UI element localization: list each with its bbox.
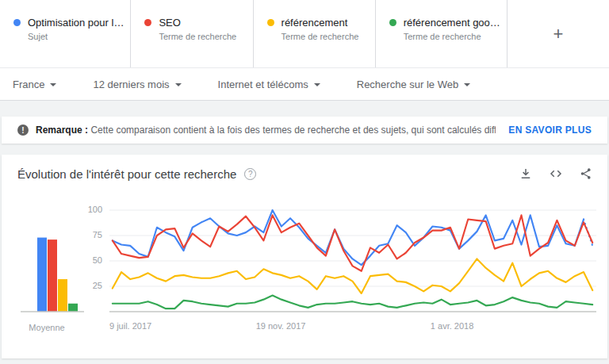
filter-region-dropdown[interactable]: France — [13, 79, 56, 90]
share-icon[interactable] — [579, 167, 593, 181]
notice-prefix: Remarque : — [36, 125, 88, 136]
chart-body: Moyenne 100 75 50 25 9 juil. 201719 nov.… — [2, 186, 607, 334]
term-color-dot-red — [144, 19, 151, 26]
term-type: Terme de recherche — [282, 32, 359, 41]
notice-body: Cette comparaison contient à la fois des… — [90, 125, 496, 136]
chevron-down-icon — [464, 83, 470, 86]
add-comparison-button[interactable]: + — [508, 0, 609, 67]
filter-label: France — [13, 79, 44, 90]
y-tick: 50 — [93, 256, 102, 265]
term-type: Terme de recherche — [404, 32, 500, 41]
x-tick: 19 nov. 2017 — [256, 321, 306, 331]
term-label: référencement — [282, 17, 359, 29]
term-color-dot-yellow — [267, 19, 274, 26]
line-chart[interactable] — [109, 205, 596, 316]
filter-label: 12 derniers mois — [93, 79, 169, 90]
filter-label: Recherche sur le Web — [357, 79, 458, 90]
filter-search-type-dropdown[interactable]: Recherche sur le Web — [357, 79, 470, 90]
term-color-dot-green — [389, 19, 396, 26]
average-label: Moyenne — [16, 323, 78, 332]
y-tick: 25 — [93, 282, 102, 290]
notice-bar: ! Remarque : Cette comparaison contient … — [2, 117, 607, 144]
chevron-down-icon — [50, 83, 56, 86]
term-label: Optimisation pour l… — [28, 17, 124, 29]
download-icon[interactable] — [519, 167, 533, 181]
learn-more-link[interactable]: EN SAVOIR PLUS — [496, 125, 592, 136]
chart-header: Évolution de l'intérêt pour cette recher… — [2, 155, 607, 186]
interest-over-time-card: Évolution de l'intérêt pour cette recher… — [2, 155, 607, 358]
term-label: référencement goo… — [404, 17, 500, 29]
filter-label: Internet et télécoms — [218, 79, 308, 90]
chart-title: Évolution de l'intérêt pour cette recher… — [17, 167, 236, 181]
term-type: Sujet — [28, 32, 124, 41]
average-panel: Moyenne — [16, 205, 84, 334]
comparison-header: Optimisation pour l… Sujet SEO Terme de … — [0, 0, 609, 101]
terms-row: Optimisation pour l… Sujet SEO Terme de … — [0, 0, 609, 68]
y-tick: 75 — [93, 231, 102, 239]
x-tick: 1 avr. 2018 — [431, 321, 473, 331]
term-label: SEO — [159, 17, 236, 29]
x-tick: 9 juil. 2017 — [109, 321, 151, 331]
chevron-down-icon — [175, 83, 182, 86]
filter-time-dropdown[interactable]: 12 derniers mois — [93, 79, 181, 90]
y-tick: 100 — [88, 205, 102, 214]
filters-row: France 12 derniers mois Internet et télé… — [0, 68, 609, 100]
chart-actions — [519, 167, 593, 181]
notice-text: Remarque : Cette comparaison contient à … — [36, 125, 496, 136]
embed-icon[interactable] — [549, 167, 563, 181]
y-axis-labels: 100 75 50 25 — [84, 205, 109, 316]
exclamation-icon: ! — [17, 125, 29, 136]
term-card-1[interactable]: Optimisation pour l… Sujet — [0, 0, 131, 67]
term-color-dot-blue — [13, 19, 21, 26]
term-card-2[interactable]: SEO Terme de recherche — [131, 0, 253, 67]
x-axis-labels: 9 juil. 201719 nov. 20171 avr. 2018 — [109, 318, 596, 334]
help-icon[interactable]: ? — [244, 168, 256, 180]
term-card-3[interactable]: référencement Terme de recherche — [254, 0, 376, 67]
filter-category-dropdown[interactable]: Internet et télécoms — [218, 79, 320, 90]
average-bars-chart[interactable] — [16, 205, 84, 316]
term-card-4[interactable]: référencement goo… Terme de recherche — [376, 0, 508, 67]
plus-icon: + — [553, 24, 563, 44]
line-chart-area: 9 juil. 201719 nov. 20171 avr. 2018 — [109, 205, 596, 334]
chevron-down-icon — [314, 83, 320, 86]
term-type: Terme de recherche — [159, 32, 236, 41]
